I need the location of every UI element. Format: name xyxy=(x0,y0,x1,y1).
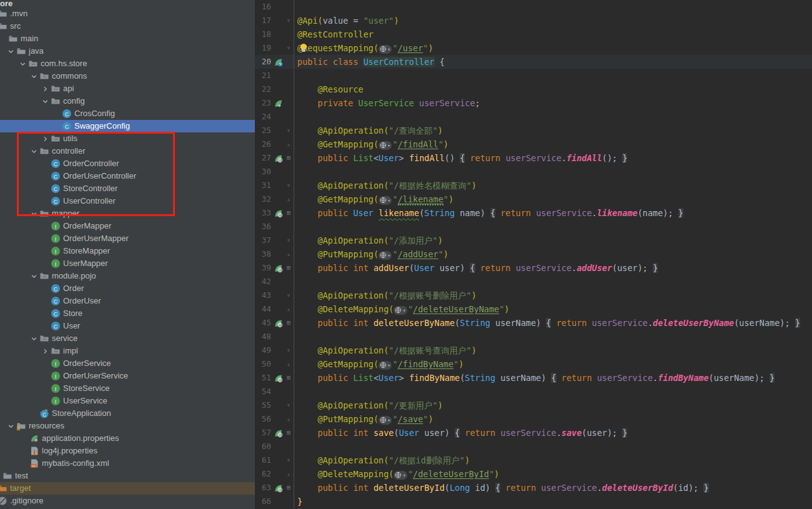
line-number[interactable]: 57 xyxy=(255,426,272,440)
code-text[interactable]: public List<User> findByName(String user… xyxy=(294,371,812,385)
code-text[interactable]: public List<User> findAll() { return use… xyxy=(294,151,812,165)
line-number[interactable]: 20 xyxy=(255,55,272,69)
code-line-21[interactable]: 21 xyxy=(255,69,812,82)
code-text[interactable] xyxy=(294,220,812,234)
line-number[interactable]: 33 xyxy=(255,206,272,220)
code-line-50[interactable]: 50▵ @GetMapping(▾"/findByName") xyxy=(255,357,812,371)
tree-item-userservice[interactable]: IUserService xyxy=(0,395,255,407)
tree-item--gitignore[interactable]: .gitignore xyxy=(0,495,255,507)
code-line-27[interactable]: 27⊞ public List<User> findAll() { return… xyxy=(255,151,812,165)
fold-marker[interactable]: ⊞ xyxy=(284,481,294,495)
chevron-down-icon[interactable] xyxy=(17,59,27,69)
code-line-37[interactable]: 37▿ @ApiOperation("/添加用户") xyxy=(255,234,812,247)
code-line-42[interactable]: 42 xyxy=(255,275,812,289)
tree-item-java[interactable]: java xyxy=(0,45,255,57)
tree-item-utils[interactable]: utils xyxy=(0,132,255,145)
tree-item-src[interactable]: src xyxy=(0,20,255,32)
code-text[interactable]: public int deleteUserByName(String userN… xyxy=(294,316,812,330)
chevron-right-icon[interactable] xyxy=(40,134,50,144)
tree-item-orderuserservice[interactable]: IOrderUserService xyxy=(0,370,255,382)
line-number[interactable]: 48 xyxy=(255,330,272,343)
code-line-56[interactable]: 56▵ @PutMapping(▾"/save") xyxy=(255,412,812,426)
code-line-43[interactable]: 43▿ @ApiOperation("/根据账号删除用户") xyxy=(255,289,812,302)
request-mapping-gutter-icon[interactable] xyxy=(272,316,284,330)
line-number[interactable]: 61 xyxy=(255,453,272,467)
chevron-down-icon[interactable] xyxy=(6,421,16,431)
tree-item-resources[interactable]: resources xyxy=(0,420,255,432)
intention-bulb-icon[interactable] xyxy=(300,44,307,52)
code-text[interactable]: @ApiOperation("/更新用户") xyxy=(294,398,812,412)
line-number[interactable]: 21 xyxy=(255,69,272,82)
line-number[interactable]: 37 xyxy=(255,234,272,247)
tree-item-order[interactable]: COrder xyxy=(0,282,255,295)
tree-item-mybatis-config-xml[interactable]: <>mybatis-config.xml xyxy=(0,457,255,470)
fold-marker[interactable]: ▵ xyxy=(284,467,294,481)
tree-item-orderusermapper[interactable]: IOrderUserMapper xyxy=(0,232,255,245)
code-text[interactable] xyxy=(294,110,812,124)
code-line-49[interactable]: 49▿ @ApiOperation("/根据账号查询用户") xyxy=(255,343,812,357)
code-text[interactable] xyxy=(294,165,812,179)
code-text[interactable]: @ApiOperation("/查询全部") xyxy=(294,124,812,137)
code-line-51[interactable]: 51⊞ public List<User> findByName(String … xyxy=(255,371,812,385)
fold-marker[interactable]: ▵ xyxy=(284,357,294,371)
code-text[interactable]: private UserService userService; xyxy=(294,96,812,110)
fold-marker[interactable]: ⊞ xyxy=(284,316,294,330)
line-number[interactable]: 23 xyxy=(255,96,272,110)
code-line-16[interactable]: 16 xyxy=(255,0,812,14)
fold-marker[interactable]: ▵ xyxy=(284,247,294,261)
code-line-19[interactable]: 19▿@RequestMapping(▾"/user") xyxy=(255,41,812,55)
code-line-23[interactable]: 23 private UserService userService; xyxy=(255,96,812,110)
tree-item-storemapper[interactable]: IStoreMapper xyxy=(0,245,255,257)
code-text[interactable]: @ApiOperation("/根据id删除用户") xyxy=(294,453,812,467)
line-number[interactable]: 54 xyxy=(255,385,272,398)
line-number[interactable]: 17 xyxy=(255,14,272,27)
tree-item-swaggerconfig[interactable]: CSwaggerConfig xyxy=(0,120,255,132)
code-text[interactable] xyxy=(294,440,812,453)
line-number[interactable]: 31 xyxy=(255,179,272,192)
fold-marker[interactable]: ⊞ xyxy=(284,371,294,385)
line-number[interactable]: 39 xyxy=(255,261,272,275)
code-text[interactable]: public class UserController { xyxy=(294,55,812,69)
code-text[interactable]: @GetMapping(▾"/findAll") xyxy=(294,137,812,151)
code-text[interactable]: @DeleteMapping(▾"/deleteUserByName") xyxy=(294,302,812,316)
line-number[interactable]: 16 xyxy=(255,0,272,14)
code-line-48[interactable]: 48 xyxy=(255,330,812,343)
tree-item-user[interactable]: CUser xyxy=(0,320,255,332)
line-number[interactable]: 44 xyxy=(255,302,272,316)
fold-marker[interactable]: ▿ xyxy=(284,398,294,412)
code-text[interactable]: @Resource xyxy=(294,82,812,96)
tree-item-log4j-properties[interactable]: log4j.properties xyxy=(0,445,255,457)
code-editor[interactable]: 1617▿@Api(value = "user")18@RestControll… xyxy=(255,0,812,509)
code-text[interactable]: @Api(value = "user") xyxy=(294,14,812,27)
code-line-22[interactable]: 22 @Resource xyxy=(255,82,812,96)
code-text[interactable]: @PutMapping(▾"/save") xyxy=(294,412,812,426)
endpoint-globe-hint-icon[interactable]: ▾ xyxy=(394,471,407,480)
code-line-57[interactable]: 57⊞ public int save(User user) { return … xyxy=(255,426,812,440)
tree-item-api[interactable]: api xyxy=(0,82,255,95)
fold-marker[interactable]: ▵ xyxy=(284,412,294,426)
fold-marker[interactable]: ▿ xyxy=(284,343,294,357)
code-text[interactable]: @GetMapping(▾"/findByName") xyxy=(294,357,812,371)
line-number[interactable]: 32 xyxy=(255,192,272,206)
fold-marker[interactable]: ▿ xyxy=(284,234,294,247)
chevron-down-icon[interactable] xyxy=(6,46,16,56)
code-text[interactable]: @RestController xyxy=(294,27,812,41)
chevron-down-icon[interactable] xyxy=(29,209,39,219)
fold-marker[interactable]: ▿ xyxy=(284,124,294,137)
request-mapping-gutter-icon[interactable] xyxy=(272,371,284,385)
request-mapping-gutter-icon[interactable] xyxy=(272,261,284,275)
line-number[interactable]: 18 xyxy=(255,27,272,41)
endpoint-globe-hint-icon[interactable]: ▾ xyxy=(379,45,392,54)
line-number[interactable]: 30 xyxy=(255,165,272,179)
code-text[interactable]: public int deleteUserById(Long id) { ret… xyxy=(294,481,812,495)
code-line-63[interactable]: 63⊞ public int deleteUserById(Long id) {… xyxy=(255,481,812,495)
endpoint-globe-hint-icon[interactable]: ▾ xyxy=(379,251,392,260)
code-line-38[interactable]: 38▵ @PutMapping(▾"/addUser") xyxy=(255,247,812,261)
endpoint-globe-hint-icon[interactable]: ▾ xyxy=(394,306,407,315)
code-text[interactable] xyxy=(294,0,812,14)
code-line-18[interactable]: 18@RestController xyxy=(255,27,812,41)
code-line-45[interactable]: 45⊞ public int deleteUserByName(String u… xyxy=(255,316,812,330)
code-text[interactable]: @ApiOperation("/根据账号删除用户") xyxy=(294,289,812,302)
tree-item-orderuser[interactable]: COrderUser xyxy=(0,295,255,307)
code-line-66[interactable]: 66} xyxy=(255,495,812,508)
